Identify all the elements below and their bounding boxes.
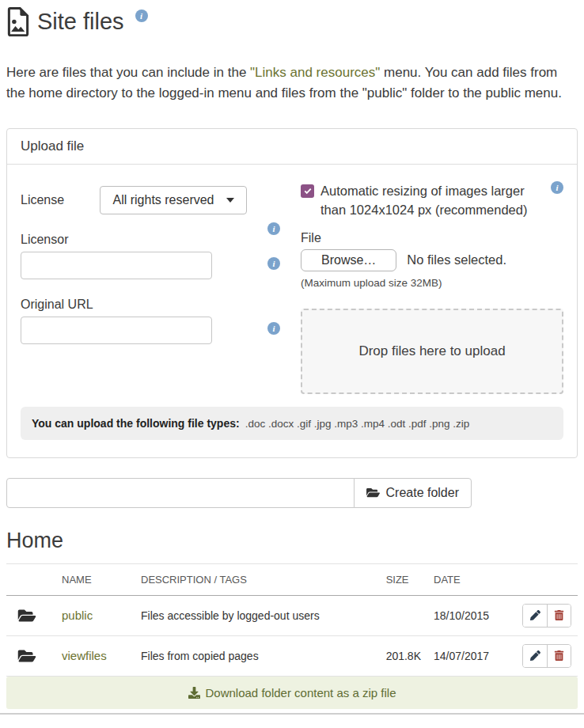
resize-checkbox-row: Automatic resizing of images larger than… xyxy=(301,182,563,220)
license-select[interactable]: All rights reserved xyxy=(100,186,247,214)
original-url-info-icon[interactable]: i xyxy=(267,322,280,335)
allowed-filetypes-bar: You can upload the following file types:… xyxy=(21,407,563,440)
intro-text: Here are files that you can include in t… xyxy=(6,63,578,104)
delete-button[interactable] xyxy=(547,645,571,667)
folder-size: 201.8K xyxy=(380,635,427,676)
folder-link[interactable]: viewfiles xyxy=(62,649,107,662)
file-label: File xyxy=(301,231,563,245)
max-upload-note: (Maximum upload size 32MB) xyxy=(301,277,563,289)
file-image-icon xyxy=(6,7,29,36)
table-row: viewfiles Files from copied pages 201.8K… xyxy=(6,635,578,676)
folder-open-icon xyxy=(366,487,380,499)
create-folder-button-label: Create folder xyxy=(386,486,460,500)
folder-size xyxy=(380,595,427,635)
resize-checkbox-label[interactable]: Automatic resizing of images larger than… xyxy=(320,182,540,220)
download-zip-label: Download folder content as a zip file xyxy=(206,686,396,700)
folder-date: 18/10/2015 xyxy=(427,595,516,635)
folder-date: 14/07/2017 xyxy=(427,635,516,676)
resize-info-icon[interactable]: i xyxy=(551,181,563,194)
file-browse-row: Browse… No files selected. xyxy=(301,249,563,271)
column-icon xyxy=(6,563,55,595)
file-image-icon xyxy=(6,7,29,36)
trash-icon xyxy=(554,650,564,661)
files-table-header: NAME DESCRIPTION / TAGS SIZE DATE xyxy=(6,563,578,595)
folder-description: Files from copied pages xyxy=(135,635,380,676)
folder-open-icon xyxy=(17,608,36,624)
license-label: License xyxy=(21,193,100,207)
column-actions xyxy=(516,563,578,595)
dropzone-text: Drop files here to upload xyxy=(358,343,505,359)
original-url-field-row: Original URL xyxy=(21,298,283,344)
license-field-row: License All rights reserved xyxy=(21,186,283,214)
upload-right-column: i Automatic resizing of images larger th… xyxy=(301,178,563,394)
links-and-resources-link[interactable]: "Links and resources" xyxy=(250,65,380,80)
page-header: Site files i xyxy=(6,0,578,36)
filetypes-list: .doc .docx .gif .jpg .mp3 .mp4 .odt .pdf… xyxy=(245,418,470,430)
column-name: NAME xyxy=(55,563,135,595)
folder-description: Files accessible by logged-out users xyxy=(135,595,380,635)
section-divider xyxy=(0,713,584,715)
file-dropzone[interactable]: Drop files here to upload xyxy=(301,309,563,394)
edit-button[interactable] xyxy=(523,645,547,667)
upload-left-column: License All rights reserved i Licensor i… xyxy=(21,178,283,394)
row-actions xyxy=(522,604,571,628)
folder-open-icon xyxy=(17,648,36,664)
pencil-icon xyxy=(530,650,540,661)
original-url-label: Original URL xyxy=(21,298,283,312)
upload-panel-body: License All rights reserved i Licensor i… xyxy=(7,165,577,457)
upload-file-panel: Upload file License All rights reserved … xyxy=(6,128,578,458)
licensor-info-icon[interactable]: i xyxy=(267,257,280,270)
trash-icon xyxy=(554,610,564,620)
folder-link[interactable]: public xyxy=(62,609,93,622)
row-actions xyxy=(522,644,571,668)
column-description: DESCRIPTION / TAGS xyxy=(135,563,380,595)
intro-text-before: Here are files that you can include in t… xyxy=(6,65,250,80)
delete-button[interactable] xyxy=(547,605,571,627)
licensor-input[interactable] xyxy=(21,252,212,279)
licensor-label: Licensor xyxy=(21,233,283,247)
licensor-field-row: Licensor xyxy=(21,233,283,279)
create-folder-group: Create folder xyxy=(6,478,472,508)
license-info-icon[interactable]: i xyxy=(267,222,280,235)
edit-button[interactable] xyxy=(523,605,547,627)
site-files-page: Site files i Here are files that you can… xyxy=(0,0,584,709)
file-status-text: No files selected. xyxy=(407,252,506,267)
column-date: DATE xyxy=(427,563,516,595)
chevron-down-icon xyxy=(226,198,234,203)
license-selected-value: All rights reserved xyxy=(112,193,214,207)
original-url-input[interactable] xyxy=(21,317,212,344)
resize-checkbox[interactable] xyxy=(301,184,314,198)
pencil-icon xyxy=(530,610,540,620)
home-heading: Home xyxy=(6,529,578,553)
download-icon xyxy=(188,687,200,699)
browse-button[interactable]: Browse… xyxy=(301,249,396,271)
create-folder-input[interactable] xyxy=(6,478,355,508)
create-folder-button[interactable]: Create folder xyxy=(354,478,472,508)
filetypes-label: You can upload the following file types: xyxy=(32,417,240,430)
column-size: SIZE xyxy=(380,563,427,595)
table-row: public Files accessible by logged-out us… xyxy=(6,595,578,635)
files-table: NAME DESCRIPTION / TAGS SIZE DATE public… xyxy=(6,563,578,709)
download-zip-button[interactable]: Download folder content as a zip file xyxy=(6,677,578,709)
page-title: Site files xyxy=(37,7,124,36)
upload-panel-title: Upload file xyxy=(7,129,577,165)
check-icon xyxy=(303,186,313,195)
info-icon[interactable]: i xyxy=(135,9,148,22)
